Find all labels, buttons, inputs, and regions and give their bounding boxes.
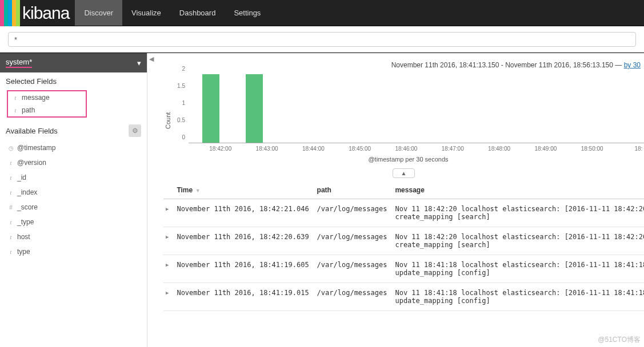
logo-text: kibana — [22, 3, 69, 23]
tab-settings[interactable]: Settings — [225, 0, 270, 26]
x-axis-label: @timestamp per 30 seconds — [173, 156, 644, 163]
field-host[interactable]: thost — [2, 229, 145, 244]
field-label: @version — [17, 159, 46, 167]
field-type[interactable]: t_type — [2, 215, 145, 229]
chart-bar[interactable] — [202, 74, 219, 143]
text-icon: t — [8, 234, 14, 240]
expand-row-caret[interactable]: ▶ — [163, 227, 174, 255]
y-axis: 00.511.52 — [173, 75, 186, 143]
chevron-down-icon: ▾ — [137, 59, 141, 67]
cell-message: Nov 11 18:41:18 localhost elasticsearch:… — [393, 255, 644, 283]
x-tick: 18:50:00 — [581, 146, 603, 152]
y-axis-label: Count — [163, 75, 173, 166]
cell-time: November 11th 2016, 18:42:21.046 — [174, 199, 314, 227]
content-area: November 11th 2016, 18:41:13.150 - Novem… — [155, 53, 644, 347]
col-path[interactable]: path — [315, 181, 393, 199]
table-row: ▶November 11th 2016, 18:41:19.015/var/lo… — [163, 283, 644, 311]
watermark: @51CTO博客 — [598, 335, 641, 345]
x-tick: 18: — [634, 146, 642, 152]
number-icon: # — [8, 204, 14, 211]
text-icon: t — [8, 175, 14, 181]
y-tick: 1 — [182, 100, 185, 106]
x-tick: 18:46:00 — [395, 146, 417, 152]
field-index[interactable]: t_index — [2, 185, 145, 200]
x-tick: 18:45:00 — [349, 146, 371, 152]
y-tick: 2 — [182, 66, 185, 72]
search-bar — [0, 26, 644, 53]
clock-icon: ◷ — [8, 145, 14, 151]
field-id[interactable]: t_id — [2, 170, 145, 185]
chart-bar[interactable] — [246, 74, 263, 143]
logo-stripes — [0, 0, 20, 26]
text-icon: t — [8, 189, 14, 196]
time-range: November 11th 2016, 18:41:13.150 - Novem… — [163, 59, 644, 75]
index-pattern-selector[interactable]: system* ▾ — [0, 53, 147, 72]
cell-path: /var/log/messages — [315, 199, 393, 227]
x-axis: 18:42:0018:43:0018:44:0018:45:0018:46:00… — [189, 146, 644, 155]
field-label: @timestamp — [17, 144, 56, 152]
interval-link[interactable]: by 30 — [624, 61, 641, 69]
field-label: host — [17, 233, 30, 241]
sidebar: system* ▾ Selected Fields tmessagetpath … — [0, 53, 147, 347]
scroll-up-button[interactable]: ▲ — [393, 168, 415, 178]
field-label: _id — [17, 174, 26, 181]
x-tick: 18:44:00 — [302, 146, 325, 152]
cell-message: Nov 11 18:42:20 localhost elasticsearch:… — [393, 227, 644, 255]
table-row: ▶November 11th 2016, 18:42:21.046/var/lo… — [163, 199, 644, 227]
selected-fields-title: Selected Fields — [0, 72, 147, 90]
available-fields-list: ◷@timestampt@versiont_idt_index#_scoret_… — [0, 140, 147, 259]
cell-path: /var/log/messages — [315, 283, 393, 311]
tab-visualize[interactable]: Visualize — [122, 0, 170, 26]
expand-row-caret[interactable]: ▶ — [163, 255, 174, 283]
document-table: Time ▼ path message ▶November 11th 2016,… — [163, 181, 644, 311]
kibana-logo[interactable]: kibana — [0, 0, 75, 26]
cell-path: /var/log/messages — [315, 255, 393, 283]
top-nav: kibana DiscoverVisualizeDashboardSetting… — [0, 0, 644, 26]
tab-discover[interactable]: Discover — [75, 0, 122, 26]
field-label: type — [17, 248, 30, 256]
cell-message: Nov 11 18:42:20 localhost elasticsearch:… — [393, 199, 644, 227]
expand-row-caret[interactable]: ▶ — [163, 283, 174, 311]
x-tick: 18:47:00 — [442, 146, 464, 152]
cell-time: November 11th 2016, 18:41:19.015 — [174, 283, 314, 311]
sort-desc-icon: ▼ — [194, 188, 200, 193]
gear-icon[interactable]: ⚙ — [129, 124, 141, 137]
tab-dashboard[interactable]: Dashboard — [170, 0, 225, 26]
field-label: path — [22, 106, 35, 114]
field-type[interactable]: ttype — [2, 244, 145, 259]
field-label: _index — [17, 188, 37, 196]
nav-tabs: DiscoverVisualizeDashboardSettings — [75, 0, 270, 26]
time-range-from: November 11th 2016, 18:41:13.150 — [391, 61, 499, 69]
index-pattern-name: system* — [6, 58, 32, 68]
y-tick: 0.5 — [177, 117, 185, 123]
field-label: _score — [17, 203, 38, 211]
col-time[interactable]: Time ▼ — [174, 181, 314, 199]
sidebar-collapse-handle[interactable]: ◀ — [147, 53, 155, 347]
field-label: _type — [17, 218, 34, 226]
field-score[interactable]: #_score — [2, 200, 145, 215]
x-tick: 18:43:00 — [256, 146, 278, 152]
text-icon: t — [8, 219, 14, 225]
cell-time: November 11th 2016, 18:41:19.605 — [174, 255, 314, 283]
cell-time: November 11th 2016, 18:42:20.639 — [174, 227, 314, 255]
expand-column-header — [163, 181, 174, 199]
field-timestamp[interactable]: ◷@timestamp — [2, 140, 145, 155]
query-input[interactable] — [8, 32, 636, 47]
table-row: ▶November 11th 2016, 18:42:20.639/var/lo… — [163, 227, 644, 255]
available-fields-title: Available Fields — [6, 127, 58, 135]
y-tick: 0 — [182, 134, 185, 140]
text-icon: t — [8, 160, 14, 166]
field-version[interactable]: t@version — [2, 155, 145, 170]
col-message[interactable]: message — [393, 181, 644, 199]
field-path[interactable]: tpath — [8, 104, 86, 116]
y-tick: 1.5 — [177, 83, 185, 89]
table-row: ▶November 11th 2016, 18:41:19.605/var/lo… — [163, 255, 644, 283]
x-tick: 18:42:00 — [209, 146, 231, 152]
expand-row-caret[interactable]: ▶ — [163, 199, 174, 227]
field-message[interactable]: tmessage — [8, 91, 86, 104]
cell-message: Nov 11 18:41:18 localhost elasticsearch:… — [393, 283, 644, 311]
text-icon: t — [13, 107, 18, 114]
field-label: message — [22, 94, 50, 102]
histogram-chart[interactable]: Count 00.511.52 18:42:0018:43:0018:44:00… — [163, 75, 644, 166]
x-tick: 18:48:00 — [488, 146, 510, 152]
